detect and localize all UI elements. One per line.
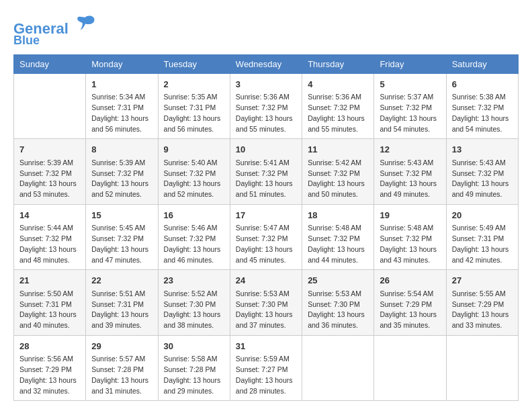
day-number: 25 [308, 274, 368, 287]
day-number: 2 [164, 78, 224, 91]
calendar-day-cell: 24Sunrise: 5:53 AM Sunset: 7:30 PM Dayli… [230, 270, 302, 336]
day-of-week-header: Saturday [446, 54, 518, 73]
calendar-day-cell: 30Sunrise: 5:58 AM Sunset: 7:28 PM Dayli… [158, 335, 230, 401]
day-number: 20 [452, 209, 513, 222]
day-number: 21 [19, 274, 80, 287]
day-number: 31 [236, 340, 296, 353]
calendar-table: SundayMondayTuesdayWednesdayThursdayFrid… [13, 54, 519, 402]
calendar-day-cell [302, 335, 374, 401]
calendar-day-cell: 19Sunrise: 5:48 AM Sunset: 7:32 PM Dayli… [374, 204, 446, 270]
calendar-day-cell: 20Sunrise: 5:49 AM Sunset: 7:31 PM Dayli… [446, 204, 518, 270]
day-number: 6 [452, 78, 513, 91]
calendar-week-row: 28Sunrise: 5:56 AM Sunset: 7:29 PM Dayli… [14, 335, 519, 401]
day-info: Sunrise: 5:54 AM Sunset: 7:29 PM Dayligh… [380, 289, 440, 331]
day-number: 26 [380, 274, 440, 287]
day-of-week-header: Sunday [14, 54, 86, 73]
day-info: Sunrise: 5:56 AM Sunset: 7:29 PM Dayligh… [19, 354, 80, 396]
day-of-week-header: Friday [374, 54, 446, 73]
day-number: 4 [308, 78, 368, 91]
day-info: Sunrise: 5:46 AM Sunset: 7:32 PM Dayligh… [164, 223, 224, 265]
calendar-day-cell: 28Sunrise: 5:56 AM Sunset: 7:29 PM Dayli… [14, 335, 86, 401]
day-info: Sunrise: 5:36 AM Sunset: 7:32 PM Dayligh… [236, 92, 296, 134]
day-info: Sunrise: 5:37 AM Sunset: 7:32 PM Dayligh… [380, 92, 440, 134]
day-number: 10 [236, 143, 296, 156]
day-info: Sunrise: 5:39 AM Sunset: 7:32 PM Dayligh… [91, 158, 152, 200]
calendar-day-cell: 27Sunrise: 5:55 AM Sunset: 7:29 PM Dayli… [446, 270, 518, 336]
day-of-week-header: Tuesday [158, 54, 230, 73]
calendar-day-cell [374, 335, 446, 401]
day-number: 18 [308, 209, 368, 222]
day-info: Sunrise: 5:57 AM Sunset: 7:28 PM Dayligh… [91, 354, 152, 396]
day-number: 5 [380, 78, 440, 91]
calendar-day-cell: 16Sunrise: 5:46 AM Sunset: 7:32 PM Dayli… [158, 204, 230, 270]
day-info: Sunrise: 5:58 AM Sunset: 7:28 PM Dayligh… [164, 354, 224, 396]
calendar-day-cell: 25Sunrise: 5:53 AM Sunset: 7:30 PM Dayli… [302, 270, 374, 336]
calendar-week-row: 14Sunrise: 5:44 AM Sunset: 7:32 PM Dayli… [14, 204, 519, 270]
day-number: 15 [91, 209, 152, 222]
day-number: 8 [91, 143, 152, 156]
day-number: 28 [19, 340, 80, 353]
calendar-week-row: 7Sunrise: 5:39 AM Sunset: 7:32 PM Daylig… [14, 139, 519, 205]
calendar-header-row: SundayMondayTuesdayWednesdayThursdayFrid… [14, 54, 519, 73]
day-info: Sunrise: 5:47 AM Sunset: 7:32 PM Dayligh… [236, 223, 296, 265]
calendar-day-cell [446, 335, 518, 401]
day-number: 27 [452, 274, 513, 287]
calendar-body: 1Sunrise: 5:34 AM Sunset: 7:31 PM Daylig… [14, 73, 519, 401]
day-info: Sunrise: 5:40 AM Sunset: 7:32 PM Dayligh… [164, 158, 224, 200]
day-info: Sunrise: 5:43 AM Sunset: 7:32 PM Dayligh… [452, 158, 513, 200]
day-number: 22 [91, 274, 152, 287]
day-of-week-header: Thursday [302, 54, 374, 73]
page-header: General Blue [13, 13, 519, 48]
day-info: Sunrise: 5:42 AM Sunset: 7:32 PM Dayligh… [308, 158, 368, 200]
day-info: Sunrise: 5:50 AM Sunset: 7:31 PM Dayligh… [19, 289, 80, 331]
day-info: Sunrise: 5:45 AM Sunset: 7:32 PM Dayligh… [91, 223, 152, 265]
calendar-day-cell: 10Sunrise: 5:41 AM Sunset: 7:32 PM Dayli… [230, 139, 302, 205]
calendar-day-cell: 17Sunrise: 5:47 AM Sunset: 7:32 PM Dayli… [230, 204, 302, 270]
calendar-day-cell: 2Sunrise: 5:35 AM Sunset: 7:31 PM Daylig… [158, 73, 230, 139]
calendar-day-cell: 22Sunrise: 5:51 AM Sunset: 7:31 PM Dayli… [86, 270, 158, 336]
day-number: 13 [452, 143, 513, 156]
calendar-day-cell: 9Sunrise: 5:40 AM Sunset: 7:32 PM Daylig… [158, 139, 230, 205]
calendar-day-cell: 29Sunrise: 5:57 AM Sunset: 7:28 PM Dayli… [86, 335, 158, 401]
day-number: 7 [19, 143, 80, 156]
day-of-week-header: Wednesday [230, 54, 302, 73]
day-number: 24 [236, 274, 296, 287]
day-number: 29 [91, 340, 152, 353]
day-number: 17 [236, 209, 296, 222]
calendar-day-cell: 18Sunrise: 5:48 AM Sunset: 7:32 PM Dayli… [302, 204, 374, 270]
day-of-week-header: Monday [86, 54, 158, 73]
calendar-week-row: 21Sunrise: 5:50 AM Sunset: 7:31 PM Dayli… [14, 270, 519, 336]
day-info: Sunrise: 5:36 AM Sunset: 7:32 PM Dayligh… [308, 92, 368, 134]
day-number: 14 [19, 209, 80, 222]
calendar-day-cell: 12Sunrise: 5:43 AM Sunset: 7:32 PM Dayli… [374, 139, 446, 205]
day-number: 11 [308, 143, 368, 156]
day-info: Sunrise: 5:43 AM Sunset: 7:32 PM Dayligh… [380, 158, 440, 200]
day-info: Sunrise: 5:53 AM Sunset: 7:30 PM Dayligh… [236, 289, 296, 331]
calendar-day-cell: 4Sunrise: 5:36 AM Sunset: 7:32 PM Daylig… [302, 73, 374, 139]
logo-bird-icon [75, 13, 95, 34]
day-info: Sunrise: 5:49 AM Sunset: 7:31 PM Dayligh… [452, 223, 513, 265]
day-number: 1 [91, 78, 152, 91]
calendar-day-cell: 23Sunrise: 5:52 AM Sunset: 7:30 PM Dayli… [158, 270, 230, 336]
day-info: Sunrise: 5:41 AM Sunset: 7:32 PM Dayligh… [236, 158, 296, 200]
calendar-week-row: 1Sunrise: 5:34 AM Sunset: 7:31 PM Daylig… [14, 73, 519, 139]
day-info: Sunrise: 5:59 AM Sunset: 7:27 PM Dayligh… [236, 354, 296, 396]
calendar-day-cell: 26Sunrise: 5:54 AM Sunset: 7:29 PM Dayli… [374, 270, 446, 336]
day-info: Sunrise: 5:53 AM Sunset: 7:30 PM Dayligh… [308, 289, 368, 331]
day-info: Sunrise: 5:39 AM Sunset: 7:32 PM Dayligh… [19, 158, 80, 200]
day-info: Sunrise: 5:38 AM Sunset: 7:32 PM Dayligh… [452, 92, 513, 134]
calendar-day-cell: 7Sunrise: 5:39 AM Sunset: 7:32 PM Daylig… [14, 139, 86, 205]
day-info: Sunrise: 5:34 AM Sunset: 7:31 PM Dayligh… [91, 92, 152, 134]
day-number: 23 [164, 274, 224, 287]
day-info: Sunrise: 5:44 AM Sunset: 7:32 PM Dayligh… [19, 223, 80, 265]
day-info: Sunrise: 5:52 AM Sunset: 7:30 PM Dayligh… [164, 289, 224, 331]
calendar-day-cell: 11Sunrise: 5:42 AM Sunset: 7:32 PM Dayli… [302, 139, 374, 205]
calendar-day-cell: 15Sunrise: 5:45 AM Sunset: 7:32 PM Dayli… [86, 204, 158, 270]
day-info: Sunrise: 5:35 AM Sunset: 7:31 PM Dayligh… [164, 92, 224, 134]
day-info: Sunrise: 5:48 AM Sunset: 7:32 PM Dayligh… [308, 223, 368, 265]
calendar-day-cell [14, 73, 86, 139]
day-number: 19 [380, 209, 440, 222]
day-number: 9 [164, 143, 224, 156]
calendar-day-cell: 21Sunrise: 5:50 AM Sunset: 7:31 PM Dayli… [14, 270, 86, 336]
logo: General Blue [13, 13, 95, 48]
